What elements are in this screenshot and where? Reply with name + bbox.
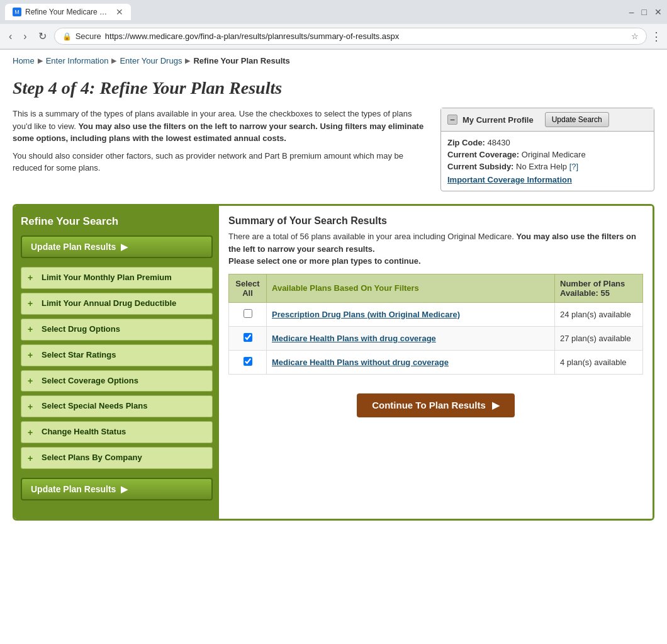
plan-checkbox-ma-nodrug[interactable] — [244, 357, 252, 366]
filter-special-label: Select Special Needs Plans — [42, 401, 147, 412]
address-bar[interactable]: 🔒 Secure https://www.medicare.gov/find-a… — [54, 28, 647, 45]
sidebar-title: Refine Your Search — [21, 215, 213, 228]
number-col-label: Number of Plans Available: — [560, 279, 625, 298]
plus-icon-health: + — [28, 427, 36, 438]
plan-select-cell — [229, 350, 267, 374]
bookmark-icon[interactable]: ☆ — [631, 31, 639, 41]
plan-name-ma-drug[interactable]: Medicare Health Plans with drug coverage — [272, 334, 436, 343]
zip-label: Zip Code: — [447, 138, 485, 147]
plan-name-cell: Prescription Drug Plans (with Original M… — [267, 302, 555, 326]
plan-checkbox-ma-drug[interactable] — [244, 333, 252, 342]
subsidy-help-link[interactable]: [?] — [569, 162, 578, 171]
collapse-profile-button[interactable]: – — [447, 115, 457, 125]
filter-star-label: Select Star Ratings — [42, 350, 116, 361]
tab-title: Refine Your Medicare He... — [25, 8, 112, 16]
menu-icon[interactable]: ⋮ — [651, 30, 662, 43]
intro-p2: You should also consider other factors, … — [13, 150, 428, 174]
update-btn-top-arrow: ▶ — [121, 242, 128, 252]
plan-select-cell — [229, 326, 267, 350]
continue-button[interactable]: Continue To Plan Results ▶ — [357, 393, 515, 417]
plans-col-label: Available Plans Based On Your Filters — [272, 283, 419, 293]
number-col-header: Number of Plans Available: 55 — [555, 274, 643, 302]
update-btn-top-label: Update Plan Results — [31, 242, 116, 252]
plus-icon-star: + — [28, 350, 36, 360]
plan-select-cell — [229, 302, 267, 326]
plus-icon-drug: + — [28, 324, 36, 334]
table-row: Prescription Drug Plans (with Original M… — [229, 302, 643, 326]
refresh-button[interactable]: ↻ — [35, 28, 50, 45]
plan-count-cell: 27 plan(s) available — [555, 326, 643, 350]
close-window-icon[interactable]: ✕ — [654, 7, 662, 17]
plus-icon-monthly: + — [28, 273, 36, 283]
select-all-header: Select All — [229, 274, 267, 302]
table-row: Medicare Health Plans without drug cover… — [229, 350, 643, 374]
table-row: Medicare Health Plans with drug coverage… — [229, 326, 643, 350]
subsidy-value: No Extra Help — [516, 162, 567, 171]
coverage-value: Original Medicare — [522, 150, 586, 159]
filter-monthly-label: Limit Your Monthly Plan Premium — [42, 273, 172, 283]
filter-drug-options[interactable]: + Select Drug Options — [21, 319, 213, 341]
lock-icon: 🔒 — [62, 32, 72, 41]
coverage-label: Current Coverage: — [447, 150, 519, 159]
forward-button[interactable]: › — [20, 28, 30, 45]
filter-health-label: Change Health Status — [42, 427, 126, 438]
plan-name-cell: Medicare Health Plans with drug coverage — [267, 326, 555, 350]
url-text: https://www.medicare.gov/find-a-plan/res… — [105, 31, 627, 41]
filter-star-ratings[interactable]: + Select Star Ratings — [21, 344, 213, 366]
plus-icon-special: + — [28, 402, 36, 412]
continue-btn-label: Continue To Plan Results — [372, 400, 486, 410]
plan-count-cell: 24 plan(s) available — [555, 302, 643, 326]
update-plan-results-top-button[interactable]: Update Plan Results ▶ — [21, 235, 213, 258]
maximize-icon[interactable]: □ — [642, 7, 647, 17]
profile-box: – My Current Profile Update Search Zip C… — [440, 108, 654, 191]
back-button[interactable]: ‹ — [5, 28, 16, 45]
filter-annual-drug[interactable]: + Limit Your Annual Drug Deductible — [21, 293, 213, 315]
refine-sidebar: Refine Your Search Update Plan Results ▶… — [14, 206, 219, 519]
breadcrumb: Home ▶ Enter Information ▶ Enter Your Dr… — [13, 50, 654, 72]
update-btn-bottom-label: Update Plan Results — [31, 484, 116, 494]
search-panel: Refine Your Search Update Plan Results ▶… — [13, 204, 654, 521]
intro-text: This is a summary of the types of plans … — [13, 108, 428, 191]
plans-table: Select All Available Plans Based On Your… — [228, 274, 643, 375]
filter-drug-label: Select Drug Options — [42, 324, 120, 335]
plan-name-pdp[interactable]: Prescription Drug Plans (with Original M… — [272, 310, 460, 319]
select-all-label: Select All — [234, 279, 261, 298]
filter-monthly-premium[interactable]: + Limit Your Monthly Plan Premium — [21, 267, 213, 289]
plan-checkbox-pdp[interactable] — [244, 309, 252, 318]
number-col-count: 55 — [601, 288, 610, 298]
breadcrumb-sep-1: ▶ — [38, 57, 43, 65]
results-area: Summary of Your Search Results There are… — [219, 206, 653, 519]
zip-value: 48430 — [488, 138, 510, 147]
breadcrumb-current: Refine Your Plan Results — [193, 56, 289, 65]
plus-icon-coverage: + — [28, 376, 36, 386]
tab-favicon: M — [13, 8, 21, 16]
update-search-button[interactable]: Update Search — [545, 112, 609, 127]
filter-special-needs[interactable]: + Select Special Needs Plans — [21, 395, 213, 417]
plan-name-ma-nodrug[interactable]: Medicare Health Plans without drug cover… — [272, 358, 449, 367]
coverage-info-link[interactable]: Important Coverage Information — [447, 175, 647, 184]
update-plan-results-bottom-button[interactable]: Update Plan Results ▶ — [21, 478, 213, 500]
results-please: Please select one or more plan types to … — [228, 256, 421, 266]
results-desc-part1: There are a total of 56 plans available … — [228, 232, 514, 241]
filter-annual-label: Limit Your Annual Drug Deductible — [42, 298, 176, 309]
filter-health-status[interactable]: + Change Health Status — [21, 421, 213, 443]
breadcrumb-sep-2: ▶ — [111, 57, 116, 65]
breadcrumb-step1[interactable]: Enter Information — [46, 56, 109, 65]
secure-label: Secure — [76, 31, 101, 41]
page-title: Step 4 of 4: Refine Your Plan Results — [13, 78, 654, 98]
plans-col-header: Available Plans Based On Your Filters — [267, 274, 555, 302]
results-title: Summary of Your Search Results — [228, 215, 643, 227]
breadcrumb-home[interactable]: Home — [13, 56, 35, 65]
profile-title: My Current Profile — [462, 115, 534, 125]
plus-icon-company: + — [28, 453, 36, 463]
tab-close-icon[interactable]: ✕ — [116, 7, 123, 17]
plan-name-cell: Medicare Health Plans without drug cover… — [267, 350, 555, 374]
plus-icon-annual: + — [28, 298, 36, 308]
filter-company-label: Select Plans By Company — [42, 453, 142, 463]
filter-coverage-options[interactable]: + Select Coverage Options — [21, 370, 213, 392]
filter-by-company[interactable]: + Select Plans By Company — [21, 447, 213, 469]
minimize-icon[interactable]: – — [629, 7, 634, 17]
breadcrumb-step2[interactable]: Enter Your Drugs — [120, 56, 182, 65]
continue-btn-arrow: ▶ — [492, 400, 500, 411]
plan-count-cell: 4 plan(s) available — [555, 350, 643, 374]
